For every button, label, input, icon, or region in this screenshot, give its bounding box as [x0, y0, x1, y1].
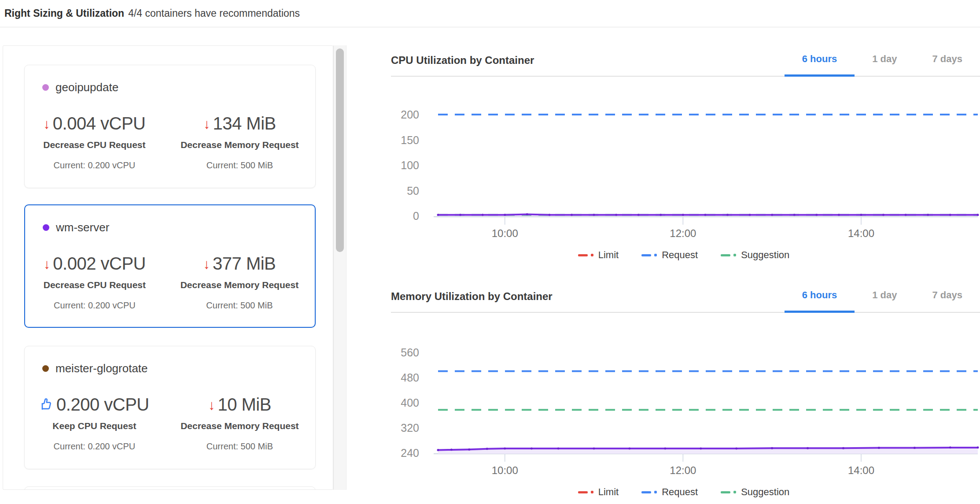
svg-text:150: 150 [401, 134, 419, 146]
cpu-recommended-value-row: ↓ 0.004 vCPU [43, 113, 145, 134]
sidebar-scrollbar-thumb[interactable] [336, 48, 344, 252]
container-card-header: wm-server [25, 220, 315, 234]
legend-dot-swatch [654, 254, 657, 256]
cpu-recommended-value-row: ↓ 0.002 vCPU [44, 253, 146, 274]
cpu-recommended-value: 0.200 vCPU [56, 395, 149, 415]
legend-dash-swatch [578, 491, 588, 493]
svg-text:12:00: 12:00 [670, 227, 696, 239]
legend-item-limit: Limit [578, 486, 619, 498]
page-header: Right Sizing & Utilization 4/4 container… [0, 0, 980, 27]
container-color-dot [42, 84, 49, 91]
cpu-current-value: Current: 0.200 vCPU [54, 441, 136, 452]
memory-recommended-value-row: ↓ 10 MiB [208, 394, 271, 415]
container-card-body: 0.200 vCPU Keep CPU Request Current: 0.2… [25, 394, 315, 452]
legend-dash-swatch [721, 491, 730, 493]
container-card-partial[interactable] [24, 486, 316, 490]
right-sizing-page: Right Sizing & Utilization 4/4 container… [0, 0, 980, 504]
legend-item-suggestion: Suggestion [721, 486, 789, 498]
thumbs-up-icon [40, 397, 54, 411]
memory-recommendation-action: Decrease Memory Request [181, 421, 298, 431]
cpu-chart-legend: LimitRequestSuggestion [387, 249, 980, 261]
container-card-list: geoipupdate ↓ 0.004 vCPU Decrease CPU Re… [3, 46, 333, 490]
tab-6-hours[interactable]: 6 hours [785, 289, 855, 313]
memory-chart-time-tabs: 6 hours1 day7 days [785, 289, 980, 312]
memory-current-value: Current: 500 MiB [206, 160, 273, 170]
container-card-header: meister-glogrotate [25, 361, 315, 375]
container-name: geoipupdate [55, 81, 118, 94]
legend-dot-swatch [591, 254, 593, 256]
page-title: Right Sizing & Utilization [4, 7, 124, 19]
legend-label: Request [662, 486, 698, 498]
svg-text:480: 480 [401, 371, 419, 384]
legend-label: Suggestion [741, 249, 789, 261]
container-card-wm-server[interactable]: wm-server ↓ 0.002 vCPU Decrease CPU Requ… [24, 204, 316, 328]
legend-dot-swatch [654, 491, 657, 493]
cpu-chart-header: CPU Utilization by Container 6 hours1 da… [391, 43, 980, 77]
container-name: meister-glogrotate [55, 362, 148, 375]
legend-item-suggestion: Suggestion [721, 249, 789, 261]
memory-chart-title: Memory Utilization by Container [391, 290, 553, 312]
container-card-header: geoipupdate [25, 80, 315, 94]
memory-recommended-value-row: ↓ 377 MiB [203, 253, 276, 274]
svg-text:14:00: 14:00 [848, 227, 874, 239]
legend-label: Request [662, 249, 698, 261]
cpu-recommendation-action: Decrease CPU Request [44, 280, 146, 290]
container-name: wm-server [56, 221, 109, 234]
legend-dash-swatch [641, 254, 651, 256]
memory-recommendation: ↓ 134 MiB Decrease Memory Request Curren… [164, 113, 315, 170]
cpu-current-value: Current: 0.200 vCPU [54, 160, 136, 170]
tab-7-days[interactable]: 7 days [915, 53, 980, 77]
svg-text:50: 50 [407, 185, 419, 197]
cpu-recommended-value-row: 0.200 vCPU [40, 394, 149, 415]
decrease-arrow-icon: ↓ [203, 117, 210, 131]
decrease-arrow-icon: ↓ [208, 398, 215, 412]
legend-item-limit: Limit [578, 249, 619, 261]
memory-recommended-value: 10 MiB [217, 395, 271, 415]
memory-recommendation-action: Decrease Memory Request [181, 140, 298, 150]
cpu-chart-title: CPU Utilization by Container [391, 54, 534, 76]
cpu-recommendation-action: Decrease CPU Request [43, 140, 145, 150]
legend-dash-swatch [578, 254, 588, 256]
cpu-recommendation: 0.200 vCPU Keep CPU Request Current: 0.2… [25, 394, 164, 452]
legend-dot-swatch [733, 491, 736, 493]
cpu-recommendation: ↓ 0.002 vCPU Decrease CPU Request Curren… [25, 253, 164, 311]
container-card-geoipupdate[interactable]: geoipupdate ↓ 0.004 vCPU Decrease CPU Re… [24, 65, 316, 188]
tab-1-day[interactable]: 1 day [855, 53, 914, 77]
container-color-dot [43, 224, 49, 231]
container-card-meister-glogrotate[interactable]: meister-glogrotate 0.200 vCPU Keep CPU R… [24, 346, 316, 469]
tab-1-day[interactable]: 1 day [855, 289, 914, 313]
svg-text:400: 400 [401, 397, 419, 409]
memory-chart-legend: LimitRequestSuggestion [387, 486, 980, 498]
legend-label: Suggestion [741, 486, 789, 498]
legend-dot-swatch [591, 491, 593, 493]
svg-text:100: 100 [401, 159, 419, 171]
decrease-arrow-icon: ↓ [43, 117, 50, 131]
container-recommendations-panel: geoipupdate ↓ 0.004 vCPU Decrease CPU Re… [3, 45, 333, 490]
svg-text:240: 240 [401, 447, 419, 459]
cpu-recommended-value: 0.002 vCPU [53, 254, 146, 274]
legend-dash-swatch [721, 254, 730, 256]
memory-current-value: Current: 500 MiB [206, 300, 273, 311]
tab-6-hours[interactable]: 6 hours [785, 53, 855, 77]
decrease-arrow-icon: ↓ [44, 257, 51, 271]
memory-recommended-value-row: ↓ 134 MiB [203, 113, 276, 134]
container-color-dot [42, 365, 49, 372]
cpu-recommended-value: 0.004 vCPU [53, 114, 146, 133]
cpu-current-value: Current: 0.200 vCPU [54, 300, 136, 311]
legend-label: Limit [598, 486, 619, 498]
svg-text:560: 560 [401, 346, 419, 359]
tab-7-days[interactable]: 7 days [915, 289, 980, 313]
svg-text:0: 0 [413, 210, 419, 222]
memory-chart-header: Memory Utilization by Container 6 hours1… [391, 279, 980, 313]
memory-recommendation: ↓ 377 MiB Decrease Memory Request Curren… [164, 253, 315, 311]
memory-current-value: Current: 500 MiB [206, 441, 273, 452]
memory-utilization-chart: 24032040048056010:0012:0014:00 [387, 326, 980, 504]
cpu-recommendation: ↓ 0.004 vCPU Decrease CPU Request Curren… [25, 113, 164, 170]
container-card-body: ↓ 0.002 vCPU Decrease CPU Request Curren… [25, 253, 315, 311]
cpu-chart-time-tabs: 6 hours1 day7 days [785, 53, 980, 76]
cpu-utilization-chart: 05010015020010:0012:0014:00 [387, 99, 980, 245]
legend-dash-swatch [641, 491, 651, 493]
decrease-arrow-icon: ↓ [203, 257, 210, 271]
svg-text:320: 320 [401, 422, 419, 434]
memory-recommendation: ↓ 10 MiB Decrease Memory Request Current… [164, 394, 315, 452]
